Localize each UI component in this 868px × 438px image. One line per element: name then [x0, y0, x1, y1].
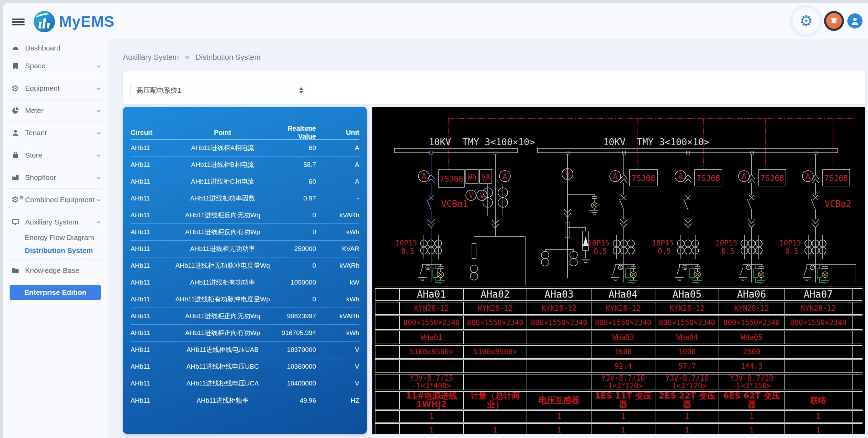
spec-cell: 1 [655, 410, 719, 423]
spec-cell: 800×1550×2340 [399, 315, 463, 330]
brand-logo[interactable]: MyEMS [34, 11, 114, 32]
chevron-down-icon [95, 152, 102, 158]
svg-text:7SJ68: 7SJ68 [824, 174, 848, 183]
spec-cell [527, 373, 591, 391]
circuit-cell: AHb11 [131, 346, 171, 354]
spec-cell: 5100<9500> [399, 345, 463, 359]
circuit-cell: AHb11 [131, 211, 171, 219]
spec-cell: KYN28-12 [655, 301, 719, 315]
realtime-table-header: Circuit Point Realtime Value Unit [131, 125, 359, 140]
sidebar-item-shopfloor[interactable]: Shopfloor [3, 169, 108, 186]
hamburger-menu-icon[interactable] [12, 17, 25, 27]
spec-cell: 1 [527, 423, 591, 434]
breadcrumb: Auxiliary System » Distribution System [123, 53, 261, 62]
spec-cell [852, 330, 863, 345]
sidebar-item-knowledge-base[interactable]: Knowledge Base [3, 262, 108, 279]
sidebar-item-meter[interactable]: Meter [3, 102, 108, 119]
col-header-unit: Unit [316, 129, 359, 137]
spec-cell: 1 [463, 423, 527, 434]
spec-cell: KYN28-12 [719, 301, 784, 315]
spec-cell: 11#电源进线 1WHj2 [399, 391, 463, 410]
chevron-up-icon [95, 219, 102, 225]
spec-cell: 2ES 22T 变压器 [655, 391, 719, 410]
chevron-down-icon [95, 85, 102, 91]
unit-cell: A [316, 144, 359, 152]
point-cell: AHb11进线柜正向无功Wq [171, 312, 274, 321]
sidebar-item-label: Knowledge Base [25, 266, 102, 275]
value-cell: 250000 [274, 245, 316, 253]
spec-row: 5100<9500>5100<9500>160010002500 [375, 345, 863, 359]
sidebar-subitem-energy-flow-diagram[interactable]: Energy Flow Diagram [3, 231, 108, 244]
spec-cell: WHa04 [655, 330, 719, 345]
unit-cell: V [316, 363, 359, 370]
value-cell: 0 [274, 228, 316, 236]
spec-cell [375, 330, 399, 345]
svg-text:V: V [469, 192, 473, 200]
unit-cell: kW [316, 279, 359, 286]
spec-cell: 计量（总计商业） [463, 391, 527, 410]
chevron-down-icon [95, 197, 102, 203]
circuit-cell: AHb11 [131, 178, 171, 185]
spec-cell: AHa03 [527, 288, 591, 301]
spec-cell: KYN28-12 [527, 301, 591, 315]
circuit-cell: AHb11 [131, 397, 171, 404]
spec-cell: 1 [591, 410, 655, 423]
realtime-row: AHb11AHb11进线柜正向有功Wp916705.994kWh [131, 325, 359, 342]
breadcrumb-section[interactable]: Auxiliary System [123, 53, 179, 61]
distribution-system-select[interactable]: 高压配电系统1 [131, 83, 309, 98]
sidebar-item-dashboard[interactable]: Dashboard [3, 39, 108, 57]
cabinet-spec-table: AHa01AHa02AHa03AHa04AHa05AHa06AHa07KYN28… [375, 287, 863, 434]
top-header: MyEMS ⚙ [3, 3, 868, 39]
svg-text:7SJ68: 7SJ68 [760, 174, 784, 183]
spec-cell: 57.7 [655, 359, 719, 373]
point-cell: AHb11进线柜A相电流 [171, 143, 274, 152]
sidebar-item-equipment[interactable]: ⚙Equipment [3, 79, 108, 97]
circuit-cell: AHb11 [131, 245, 171, 253]
svg-text:TMY 3<100×10>: TMY 3<100×10> [637, 137, 709, 147]
sidebar-divider [8, 99, 103, 100]
circuit-cell: AHb11 [131, 329, 171, 337]
spec-cell: YJV-8.7/10 -1<3*120> [591, 373, 655, 391]
spec-cell: KYN28-12 [463, 301, 527, 315]
circuit-cell: AHb11 [131, 363, 171, 370]
spec-cell [463, 373, 527, 391]
sidebar-divider [8, 211, 103, 211]
spec-cell: 800×1550×2340 [784, 315, 852, 330]
sidebar-item-store[interactable]: Store [3, 146, 108, 164]
svg-text:10KV: 10KV [429, 137, 451, 147]
selected-system: 高压配电系统1 [136, 86, 299, 95]
spec-cell: 电压互感器 [527, 391, 591, 410]
value-cell: 10370000 [274, 346, 316, 354]
point-cell: AHb11进线柜有功脉冲电度量Wp [171, 295, 274, 304]
enterprise-edition-button[interactable]: Enterprise Edition [10, 285, 101, 300]
settings-button[interactable]: ⚙ [790, 4, 823, 37]
sidebar-item-auxiliary-system[interactable]: Auxiliary System [3, 213, 108, 231]
spec-cell [375, 373, 399, 391]
point-cell: AHb11进线柜反向有功Wp [171, 228, 274, 237]
bell-icon [830, 16, 838, 25]
point-cell: AHb11进线柜线电压UCA [171, 379, 274, 388]
realtime-row: AHb11AHb11进线柜A相电流60A [131, 140, 359, 157]
spec-cell [852, 288, 863, 301]
circuit-cell: AHb11 [131, 279, 171, 286]
spec-row: 111111 [375, 410, 863, 423]
spec-cell: AHa05 [655, 288, 719, 301]
realtime-row: AHb11AHb11进线柜无功功率250000KVAR [131, 241, 359, 257]
gears-icon: ⚙⚙ [11, 195, 22, 204]
col-header-realtime-value: Realtime Value [274, 125, 316, 140]
sidebar-item-space[interactable]: Space [3, 57, 108, 75]
user-avatar[interactable] [847, 13, 863, 28]
spec-row: 1111111 [375, 423, 863, 434]
notifications-button[interactable] [824, 11, 844, 31]
spec-row: WHa01WHa03WHa04WHa05 [375, 330, 863, 345]
unit-cell: kVARh [316, 211, 359, 219]
col-header-circuit: Circuit [131, 129, 171, 137]
sidebar-subitem-distribution-system[interactable]: Distribution System [3, 244, 108, 257]
spec-cell: 1 [784, 410, 852, 423]
sidebar-item-tenant[interactable]: Tenant [3, 124, 108, 142]
sidebar-divider [8, 122, 103, 122]
sidebar-item-combined-equipment[interactable]: ⚙⚙Combined Equipment [3, 191, 108, 209]
spec-cell: AHa07 [784, 288, 852, 301]
unit-cell: V [316, 380, 359, 387]
myems-logo-icon [34, 11, 55, 32]
